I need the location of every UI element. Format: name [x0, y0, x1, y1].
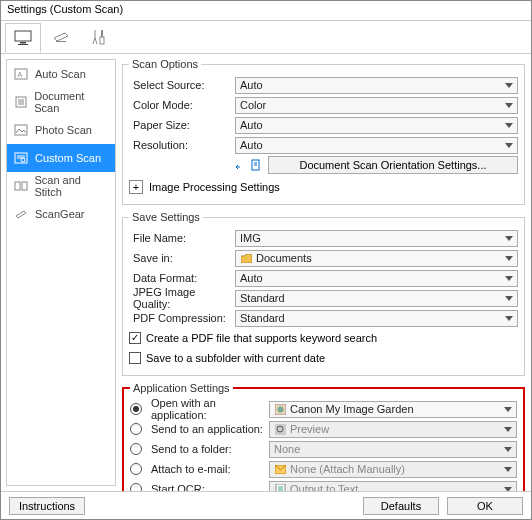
content-area: A Auto Scan Document Scan Photo Scan Cus…: [1, 54, 531, 491]
file-name-value: IMG: [240, 232, 261, 244]
tab-scan-from-panel[interactable]: [43, 23, 79, 51]
send-to-app-dropdown[interactable]: Preview: [269, 421, 517, 438]
start-ocr-dropdown[interactable]: Output to Text: [269, 481, 517, 492]
save-in-dropdown[interactable]: Documents: [235, 250, 518, 267]
defaults-button[interactable]: Defaults: [363, 497, 439, 515]
instructions-label: Instructions: [19, 500, 75, 512]
folder-icon: [240, 252, 252, 264]
send-to-app-label: Send to an application:: [147, 423, 269, 435]
keyword-search-label: Create a PDF file that supports keyword …: [146, 332, 377, 344]
page-icon: [250, 159, 262, 171]
svg-rect-12: [15, 125, 27, 135]
jpeg-quality-dropdown[interactable]: Standard: [235, 290, 518, 307]
sidebar-item-label: Custom Scan: [35, 152, 101, 164]
resolution-dropdown[interactable]: Auto: [235, 137, 518, 154]
subfolder-date-checkbox[interactable]: [129, 352, 141, 364]
send-to-folder-dropdown[interactable]: None: [269, 441, 517, 458]
start-ocr-radio[interactable]: [130, 483, 142, 491]
color-mode-value: Color: [240, 99, 266, 111]
select-source-value: Auto: [240, 79, 263, 91]
send-to-folder-label: Send to a folder:: [147, 443, 269, 455]
paper-size-label: Paper Size:: [129, 119, 235, 131]
custom-scan-icon: [13, 151, 29, 165]
svg-rect-1: [20, 42, 26, 44]
sidebar-item-label: Document Scan: [34, 90, 109, 114]
save-settings-legend: Save Settings: [129, 211, 203, 223]
svg-rect-3: [56, 41, 66, 42]
sidebar-item-custom-scan[interactable]: Custom Scan: [7, 144, 115, 172]
sidebar-item-scan-stitch[interactable]: Scan and Stitch: [7, 172, 115, 200]
save-settings-group: Save Settings File Name: IMG Save in: Do…: [122, 211, 525, 376]
application-settings-group: Application Settings Open with an applic…: [122, 382, 525, 491]
save-in-value: Documents: [256, 252, 312, 264]
svg-rect-2: [18, 44, 28, 45]
scanner-icon: [51, 29, 71, 45]
scan-options-group: Scan Options Select Source: Auto Color M…: [122, 58, 525, 205]
jpeg-quality-label: JPEG Image Quality:: [129, 286, 235, 310]
scan-options-legend: Scan Options: [129, 58, 201, 70]
file-name-label: File Name:: [129, 232, 235, 244]
ok-button[interactable]: OK: [447, 497, 523, 515]
send-to-folder-radio[interactable]: [130, 443, 142, 455]
open-with-radio[interactable]: [130, 403, 142, 415]
tab-scan-from-computer[interactable]: [5, 23, 41, 53]
attach-email-label: Attach to e-mail:: [147, 463, 269, 475]
text-output-icon: [274, 483, 286, 491]
sidebar-item-photo-scan[interactable]: Photo Scan: [7, 116, 115, 144]
sidebar: A Auto Scan Document Scan Photo Scan Cus…: [6, 59, 116, 486]
window-title: Settings (Custom Scan): [1, 1, 531, 20]
tools-icon: [90, 28, 108, 46]
sidebar-item-document-scan[interactable]: Document Scan: [7, 88, 115, 116]
main-panel: Scan Options Select Source: Auto Color M…: [116, 54, 531, 491]
resolution-label: Resolution:: [129, 139, 235, 151]
sidebar-item-auto-scan[interactable]: A Auto Scan: [7, 60, 115, 88]
ok-label: OK: [477, 500, 493, 512]
attach-email-radio[interactable]: [130, 463, 142, 475]
auto-scan-icon: A: [13, 67, 29, 81]
sidebar-item-label: Auto Scan: [35, 68, 86, 80]
select-source-dropdown[interactable]: Auto: [235, 77, 518, 94]
save-in-label: Save in:: [129, 252, 235, 264]
svg-rect-0: [15, 31, 31, 41]
svg-point-23: [277, 406, 283, 412]
color-mode-dropdown[interactable]: Color: [235, 97, 518, 114]
monitor-icon: [13, 30, 33, 46]
open-with-dropdown[interactable]: Canon My Image Garden: [269, 401, 517, 418]
sidebar-item-label: ScanGear: [35, 208, 85, 220]
scangear-icon: [13, 207, 29, 221]
file-name-field[interactable]: IMG: [235, 230, 518, 247]
expand-image-processing-button[interactable]: +: [129, 180, 143, 194]
paper-size-dropdown[interactable]: Auto: [235, 117, 518, 134]
instructions-button[interactable]: Instructions: [9, 497, 85, 515]
stitch-icon: [13, 179, 28, 193]
mail-icon: [274, 463, 286, 475]
settings-window: Settings (Custom Scan) A Auto Scan Docum…: [0, 0, 532, 520]
sidebar-item-scangear[interactable]: ScanGear: [7, 200, 115, 228]
send-to-app-value: Preview: [290, 423, 329, 435]
data-format-label: Data Format:: [129, 272, 235, 284]
svg-rect-5: [100, 37, 104, 44]
orientation-settings-button[interactable]: Document Scan Orientation Settings...: [268, 156, 518, 174]
attach-email-dropdown[interactable]: None (Attach Manually): [269, 461, 517, 478]
svg-rect-17: [15, 182, 20, 190]
start-ocr-label: Start OCR:: [147, 483, 269, 491]
svg-rect-27: [276, 484, 285, 492]
send-to-app-radio[interactable]: [130, 423, 142, 435]
open-with-value: Canon My Image Garden: [290, 403, 414, 415]
duplex-swap-icons: [235, 159, 262, 171]
start-ocr-value: Output to Text: [290, 483, 358, 491]
svg-rect-18: [22, 182, 27, 190]
send-to-folder-value: None: [274, 443, 300, 455]
document-scan-icon: [13, 95, 28, 109]
pdf-compression-dropdown[interactable]: Standard: [235, 310, 518, 327]
tab-general-settings[interactable]: [81, 23, 117, 51]
data-format-value: Auto: [240, 272, 263, 284]
sidebar-item-label: Scan and Stitch: [34, 174, 109, 198]
keyword-search-checkbox[interactable]: [129, 332, 141, 344]
data-format-dropdown[interactable]: Auto: [235, 270, 518, 287]
footer: Instructions Defaults OK: [1, 491, 531, 519]
svg-text:A: A: [18, 71, 23, 78]
resolution-value: Auto: [240, 139, 263, 151]
app-icon: [274, 403, 286, 415]
top-tabstrip: [1, 20, 531, 54]
